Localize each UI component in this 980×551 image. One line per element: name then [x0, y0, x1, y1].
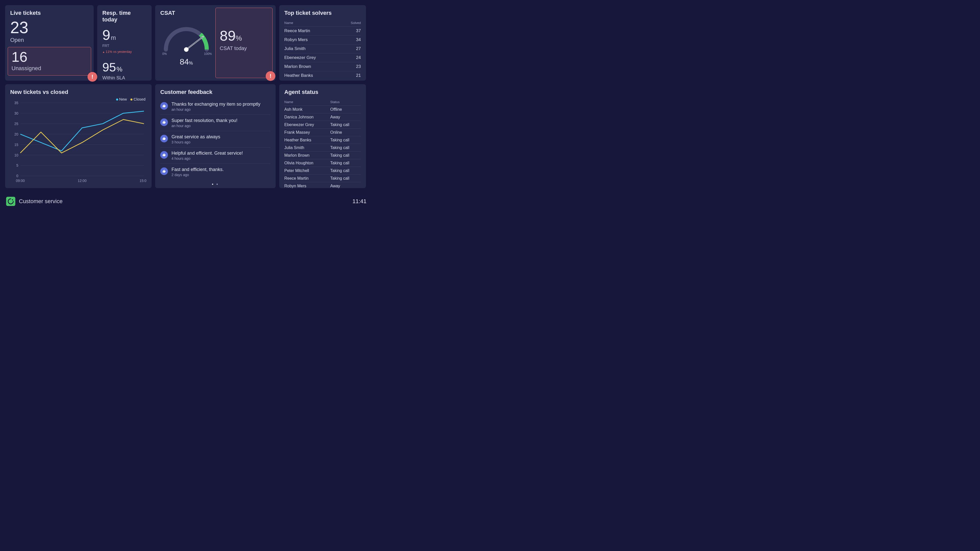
svg-point-22: [12, 199, 13, 200]
unassigned-value: 16: [11, 50, 87, 64]
sla-pct: %: [116, 65, 122, 73]
table-row: Heather Banks21: [284, 71, 361, 80]
agent-row: Danica JohnsonAway: [284, 113, 361, 121]
csat-card: CSAT 0% 100% 84% 89% CSAT today: [155, 5, 275, 81]
svg-text:25: 25: [14, 122, 18, 126]
table-row: Reece Martin37: [284, 27, 361, 35]
agent-row: Ash MonkOffline: [284, 106, 361, 113]
col-solved: Solved: [351, 21, 361, 25]
svg-text:15: 15: [14, 143, 18, 147]
agent-status-card: Agent status Name Status Ash MonkOffline…: [279, 84, 366, 188]
thumbs-up-icon: [160, 118, 168, 126]
agent-row: Olivia HoughtonTaking call: [284, 159, 361, 167]
feedback-item: Super fast resolution, thank you!an hour…: [160, 115, 270, 131]
unassigned-alert-box: 16 Unassigned: [8, 47, 91, 76]
response-time-title: Resp. time today: [102, 10, 146, 23]
alert-icon: !: [88, 72, 97, 82]
svg-point-2: [184, 47, 189, 52]
agent-row: Frank MasseyOnline: [284, 129, 361, 136]
svg-text:35: 35: [14, 101, 18, 105]
sla-label: Within SLA: [102, 75, 146, 81]
svg-text:5: 5: [16, 163, 18, 167]
feedback-pager[interactable]: ● ●: [160, 183, 270, 186]
up-arrow-icon: ▲: [102, 51, 105, 53]
col-agent-name: Name: [284, 100, 330, 104]
frt-delta: ▲11% vs yesterday: [102, 50, 146, 54]
feedback-title: Customer feedback: [160, 89, 270, 96]
tickets-chart-title: New tickets vs closed: [10, 89, 146, 96]
footer-bar: Customer service 11:41: [0, 194, 372, 210]
svg-text:12:00: 12:00: [78, 178, 87, 183]
logo-icon: [6, 197, 15, 206]
sla-value: 95: [102, 60, 116, 74]
unassigned-label: Unassigned: [11, 65, 87, 72]
svg-text:10: 10: [14, 153, 18, 157]
table-row: Marlon Brown23: [284, 62, 361, 71]
open-tickets-label: Open: [10, 37, 89, 43]
table-row: Ebeneezer Grey24: [284, 53, 361, 62]
csat-today-alert: 89% CSAT today !: [215, 8, 272, 78]
feedback-card: Customer feedback Thanks for exchanging …: [155, 84, 275, 188]
svg-text:15:00: 15:00: [140, 178, 146, 183]
svg-text:09:00: 09:00: [16, 178, 25, 183]
line-chart: 0510152025303509:0012:0015:00: [10, 99, 146, 185]
feedback-item: Helpful and efficient. Great service!4 h…: [160, 148, 270, 164]
chart-legend: New Closed: [114, 97, 145, 101]
response-time-card: Resp. time today 9m FRT ▲11% vs yesterda…: [97, 5, 151, 81]
svg-line-1: [186, 37, 203, 49]
feedback-item: Great service as always3 hours ago: [160, 131, 270, 148]
agent-row: Ebeneezer GreyTaking call: [284, 121, 361, 129]
thumbs-up-icon: [160, 151, 168, 159]
agent-row: Peter MitchellTaking call: [284, 167, 361, 175]
svg-text:30: 30: [14, 111, 18, 115]
live-tickets-card: Live tickets 23 Open 16 Unassigned !: [5, 5, 94, 81]
agent-row: Marlon BrownTaking call: [284, 151, 361, 159]
live-tickets-title: Live tickets: [10, 10, 89, 16]
col-name: Name: [284, 21, 293, 25]
agent-row: Robyn MersAway: [284, 182, 361, 190]
agent-status-title: Agent status: [284, 89, 361, 96]
frt-unit: m: [111, 34, 116, 41]
top-solvers-card: Top ticket solvers Name Solved Reece Mar…: [279, 5, 366, 81]
feedback-item: Fast and efficient, thanks.2 days ago: [160, 164, 270, 180]
clock: 11:41: [352, 198, 366, 205]
gauge-max: 100%: [204, 52, 212, 56]
open-tickets-block: 23 Open: [10, 19, 89, 43]
gauge-min: 0%: [162, 52, 167, 56]
thumbs-up-icon: [160, 135, 168, 142]
frt-label: FRT: [102, 44, 146, 48]
open-tickets-value: 23: [10, 19, 89, 36]
table-row: Julia Smith27: [284, 45, 361, 53]
svg-text:0: 0: [16, 174, 18, 178]
thumbs-up-icon: [160, 102, 168, 110]
csat-title: CSAT: [160, 10, 212, 16]
agent-row: Julia SmithTaking call: [284, 144, 361, 151]
gauge-value: 84%: [160, 57, 212, 67]
csat-gauge: 0% 100%: [161, 24, 212, 57]
feedback-item: Thanks for exchanging my item so promptl…: [160, 99, 270, 115]
top-solvers-title: Top ticket solvers: [284, 10, 361, 16]
agent-row: Reece MartinTaking call: [284, 175, 361, 182]
agent-row: Heather BanksTaking call: [284, 136, 361, 144]
thumbs-up-icon: [160, 167, 168, 175]
col-agent-status: Status: [330, 100, 361, 104]
dashboard-title: Customer service: [19, 198, 62, 205]
svg-text:20: 20: [14, 132, 18, 136]
csat-today-value: 89: [220, 27, 235, 44]
tickets-chart-card: New tickets vs closed New Closed 0510152…: [5, 84, 151, 188]
csat-today-label: CSAT today: [220, 45, 268, 51]
frt-value: 9: [102, 27, 110, 43]
table-row: Robyn Mers34: [284, 35, 361, 45]
alert-icon: !: [266, 71, 275, 81]
